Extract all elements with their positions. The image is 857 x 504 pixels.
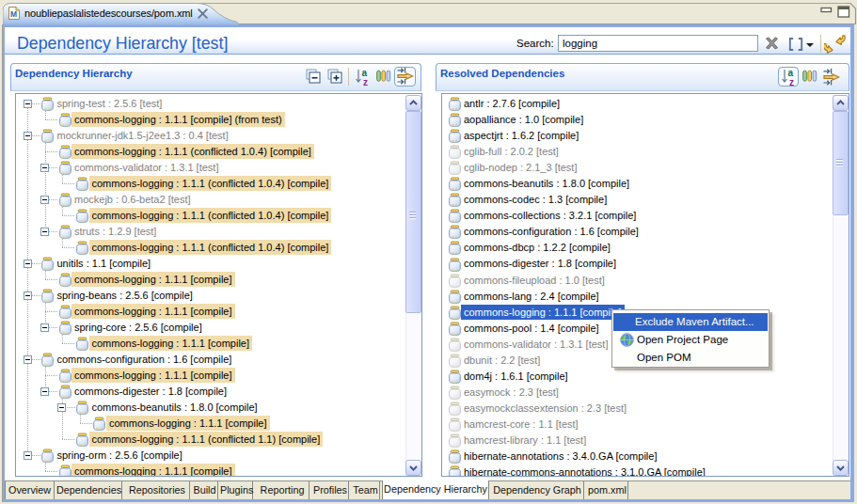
- svg-text:z: z: [363, 77, 368, 87]
- svg-text:z: z: [789, 76, 794, 87]
- svg-text:M: M: [10, 9, 17, 19]
